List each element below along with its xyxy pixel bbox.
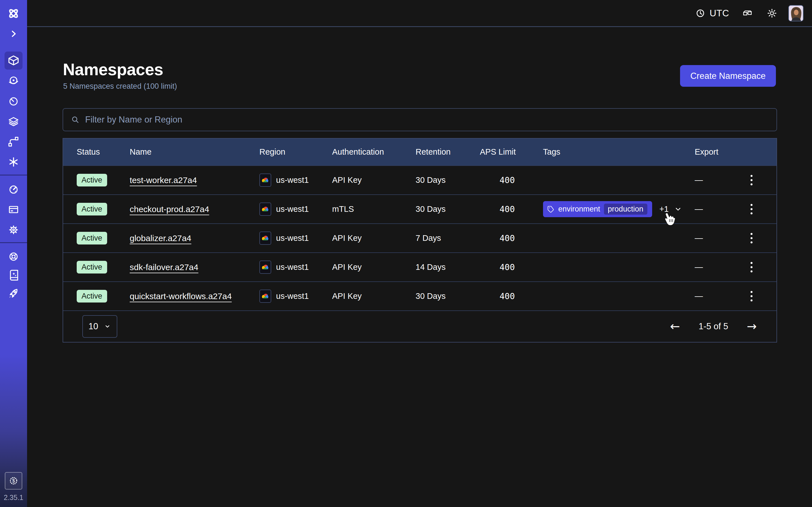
auth-cell: API Key (332, 263, 416, 272)
actions-cell (739, 172, 763, 188)
status-cell: Active (77, 261, 130, 274)
page-title: Namespaces (63, 61, 163, 78)
region-label: us-west1 (276, 233, 309, 243)
filter-input[interactable] (85, 115, 769, 125)
export-cell: — (695, 205, 739, 214)
status-cell: Active (77, 203, 130, 216)
sidebar-divider (0, 175, 27, 175)
sidebar-item-docs[interactable] (4, 266, 22, 284)
namespace-link[interactable]: quickstart-workflows.a27a4 (130, 291, 232, 301)
version-label: 2.35.1 (0, 494, 27, 502)
sidebar-item-settings[interactable] (4, 221, 22, 239)
retention-cell: 30 Days (416, 291, 480, 301)
sidebar-item-schedules[interactable] (4, 93, 22, 110)
gcp-cloud-icon (259, 290, 271, 303)
col-aps-limit: APS Limit (480, 147, 515, 157)
retention-cell: 7 Days (416, 233, 480, 243)
sidebar-divider (0, 242, 27, 243)
tags-more[interactable]: +1 (659, 205, 682, 214)
pagination-bar: 10 ← 1-5 of 5 → (63, 311, 776, 342)
temporal-logo-icon[interactable] (4, 4, 22, 22)
region-label: us-west1 (276, 205, 309, 214)
export-cell: — (695, 233, 739, 243)
namespace-link[interactable]: test-worker.a27a4 (130, 175, 197, 185)
status-cell: Active (77, 174, 130, 186)
sidebar-expand-chevron-icon[interactable] (4, 25, 22, 43)
table-header-row: Status Name Region Authentication Retent… (63, 138, 776, 165)
aps-limit-cell: 400 (480, 291, 515, 301)
sidebar-item-support[interactable] (4, 247, 22, 266)
next-page-button[interactable]: → (747, 321, 757, 332)
aps-limit-cell: 400 (480, 175, 515, 185)
export-cell: — (695, 291, 739, 301)
namespace-link[interactable]: sdk-failover.a27a4 (130, 263, 199, 272)
table-row: Active test-worker.a27a4 us (63, 165, 776, 194)
sidebar-item-getting-started[interactable] (4, 284, 22, 302)
user-avatar[interactable] (788, 5, 804, 21)
col-region: Region (259, 147, 332, 157)
aps-limit-cell: 400 (480, 233, 515, 243)
sidebar-item-deployments[interactable] (4, 113, 22, 131)
aps-limit-cell: 400 (480, 262, 515, 272)
retention-cell: 30 Days (416, 205, 480, 214)
prev-page-button[interactable]: ← (670, 321, 680, 332)
row-menu-kebab-button[interactable] (748, 172, 755, 188)
status-badge: Active (77, 203, 107, 216)
region-cell: us-west1 (259, 290, 332, 303)
gcp-cloud-icon (259, 203, 271, 216)
sidebar: $ 2.35.1 (0, 0, 27, 507)
col-authentication: Authentication (332, 147, 416, 157)
table-row: Active checkout-prod.a27a4 (63, 194, 776, 223)
actions-cell (739, 230, 763, 246)
tags-more-label: +1 (659, 205, 669, 214)
sidebar-item-workflows[interactable] (4, 72, 22, 90)
status-badge: Active (77, 174, 107, 186)
row-menu-kebab-button[interactable] (748, 230, 755, 246)
sidebar-item-nexus[interactable] (4, 153, 22, 171)
credits-dollar-badge[interactable]: $ (5, 472, 22, 490)
region-cell: us-west1 (259, 231, 332, 245)
page-size-select[interactable]: 10 (82, 315, 117, 338)
page-subtitle: 5 Namespaces created (100 limit) (63, 82, 177, 91)
region-label: us-west1 (276, 175, 309, 185)
row-menu-kebab-button[interactable] (748, 259, 755, 275)
glasses-icon[interactable] (741, 8, 755, 19)
col-export: Export (695, 147, 739, 157)
gcp-cloud-icon (259, 231, 271, 245)
auth-cell: API Key (332, 233, 416, 243)
sun-theme-icon[interactable] (766, 8, 777, 19)
name-cell: checkout-prod.a27a4 (130, 205, 259, 214)
region-cell: us-west1 (259, 261, 332, 274)
status-badge: Active (77, 232, 107, 244)
tag-value: production (604, 204, 647, 215)
status-cell: Active (77, 232, 130, 244)
sidebar-item-namespaces[interactable] (4, 52, 22, 69)
create-namespace-button[interactable]: Create Namespace (680, 65, 776, 87)
retention-cell: 14 Days (416, 263, 480, 272)
table-body: Active test-worker.a27a4 us (63, 165, 776, 311)
sidebar-item-batch-operations[interactable] (4, 133, 22, 151)
status-badge: Active (77, 290, 107, 302)
row-menu-kebab-button[interactable] (748, 201, 755, 217)
table-row: Active globalizer.a27a4 us- (63, 223, 776, 252)
region-cell: us-west1 (259, 203, 332, 216)
sidebar-item-usage[interactable] (4, 180, 22, 198)
sidebar-item-billing[interactable] (4, 201, 22, 219)
col-status: Status (77, 147, 130, 157)
tag-pill[interactable]: environment production (543, 201, 652, 217)
auth-cell: API Key (332, 175, 416, 185)
timezone-selector[interactable]: UTC (695, 8, 729, 18)
export-cell: — (695, 263, 739, 272)
namespace-link[interactable]: checkout-prod.a27a4 (130, 205, 209, 214)
export-cell: — (695, 175, 739, 185)
row-menu-kebab-button[interactable] (748, 288, 755, 304)
tag-key: environment (558, 205, 600, 214)
namespaces-table: Status Name Region Authentication Retent… (63, 138, 777, 342)
tag-icon (547, 205, 555, 213)
auth-cell: mTLS (332, 205, 416, 214)
clock-icon (695, 8, 706, 18)
actions-cell (739, 201, 763, 217)
status-badge: Active (77, 261, 107, 274)
namespace-link[interactable]: globalizer.a27a4 (130, 233, 192, 243)
chevron-down-icon (674, 205, 682, 214)
